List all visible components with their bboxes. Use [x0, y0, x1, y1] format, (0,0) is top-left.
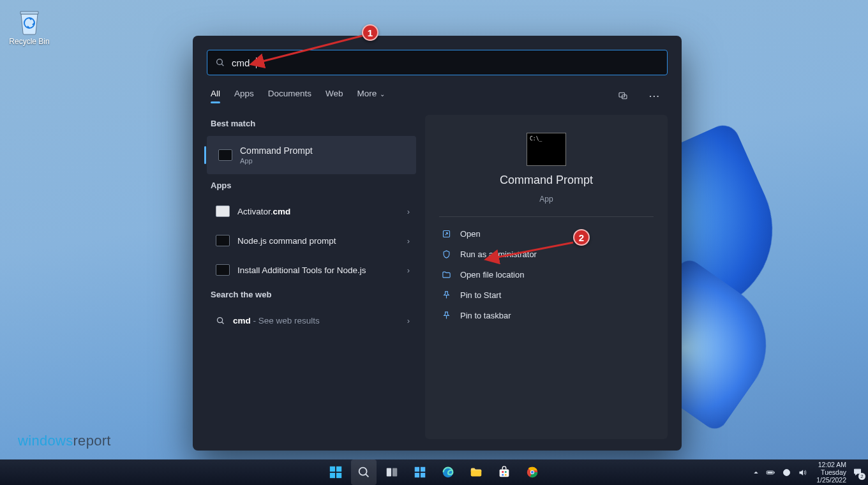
- search-icon: [357, 465, 371, 479]
- svg-rect-21: [421, 473, 425, 477]
- annotation-marker-2: 2: [573, 229, 590, 246]
- details-title: Command Prompt: [500, 174, 593, 187]
- folder-icon: [442, 270, 451, 280]
- recycle-bin-icon: [17, 5, 42, 36]
- tab-web[interactable]: Web: [326, 89, 343, 103]
- cmd-file-icon: [216, 205, 230, 217]
- folder-icon: [469, 465, 483, 479]
- svg-point-30: [531, 471, 534, 474]
- section-best-match: Best match: [207, 115, 416, 133]
- tab-documents[interactable]: Documents: [268, 89, 311, 103]
- text-caret: [256, 57, 257, 68]
- app-result-nodejs-prompt[interactable]: Node.js command prompt ›: [207, 227, 416, 254]
- network-icon[interactable]: [782, 468, 791, 477]
- svg-rect-24: [502, 471, 504, 473]
- annotation-marker-1: 1: [362, 24, 378, 41]
- search-input-text: cmd: [232, 57, 250, 68]
- tab-more[interactable]: More ⌄: [357, 89, 385, 103]
- battery-icon[interactable]: [766, 468, 775, 477]
- taskbar-center: [323, 459, 545, 485]
- volume-icon[interactable]: [798, 468, 807, 477]
- task-view-icon: [385, 465, 399, 479]
- action-pin-taskbar[interactable]: Pin to taskbar: [439, 305, 654, 325]
- svg-line-6: [222, 322, 224, 324]
- taskbar-search-button[interactable]: [351, 459, 377, 485]
- search-box[interactable]: cmd: [207, 50, 668, 75]
- tab-all[interactable]: All: [211, 89, 220, 103]
- details-pane: C:\_ Command Prompt App Open Run as admi…: [425, 115, 668, 439]
- task-view-button[interactable]: [379, 459, 405, 485]
- pin-icon: [442, 311, 451, 320]
- taskbar-app-edge[interactable]: [435, 459, 461, 485]
- search-icon: [216, 316, 225, 325]
- start-button[interactable]: [323, 459, 348, 485]
- search-settings-button[interactable]: [614, 87, 632, 105]
- start-search-flyout: cmd All Apps Documents Web More ⌄ ··· Be…: [193, 36, 682, 451]
- open-icon: [442, 229, 451, 239]
- svg-rect-20: [415, 473, 419, 477]
- chevron-right-icon: ›: [407, 316, 410, 325]
- system-tray: 12:02 AM Tuesday 1/25/2022 2: [752, 459, 863, 485]
- svg-rect-12: [330, 473, 335, 478]
- terminal-icon: [216, 264, 230, 276]
- taskbar-app-chrome[interactable]: [520, 459, 545, 485]
- svg-rect-17: [393, 468, 397, 477]
- widgets-button[interactable]: [407, 459, 433, 485]
- taskbar: 12:02 AM Tuesday 1/25/2022 2: [0, 459, 868, 485]
- watermark: windowsreport: [18, 433, 111, 449]
- svg-point-14: [359, 468, 367, 475]
- svg-rect-26: [502, 474, 504, 476]
- action-open[interactable]: Open: [439, 223, 654, 244]
- svg-rect-33: [768, 472, 773, 474]
- section-web: Search the web: [207, 286, 416, 304]
- tray-overflow-button[interactable]: [752, 469, 760, 476]
- edge-icon: [441, 465, 455, 479]
- widgets-icon: [413, 465, 427, 479]
- svg-rect-10: [330, 466, 335, 472]
- chevron-right-icon: ›: [407, 236, 410, 246]
- action-pin-start[interactable]: Pin to Start: [439, 285, 654, 305]
- results-column: Best match Command Prompt App Apps Activ…: [207, 115, 416, 439]
- taskbar-app-store[interactable]: [491, 459, 517, 485]
- app-result-nodejs-tools[interactable]: Install Additional Tools for Node.js ›: [207, 257, 416, 283]
- command-prompt-large-icon: C:\_: [527, 133, 566, 166]
- store-icon: [497, 465, 511, 479]
- svg-rect-16: [387, 468, 391, 477]
- pin-icon: [442, 290, 451, 300]
- svg-point-1: [217, 59, 223, 65]
- best-match-result[interactable]: Command Prompt App: [207, 136, 416, 174]
- search-tabs: All Apps Documents Web More ⌄ ···: [211, 87, 664, 105]
- action-open-location[interactable]: Open file location: [439, 264, 654, 285]
- chevron-right-icon: ›: [407, 265, 410, 275]
- chevron-right-icon: ›: [407, 207, 410, 216]
- screen-share-icon: [618, 91, 628, 101]
- web-result[interactable]: cmd - See web results ›: [207, 307, 416, 334]
- desktop-icon-recycle-bin[interactable]: Recycle Bin: [5, 5, 54, 46]
- svg-rect-25: [505, 471, 507, 473]
- svg-rect-27: [505, 474, 507, 476]
- shield-icon: [442, 250, 451, 259]
- svg-rect-32: [774, 472, 775, 474]
- svg-line-2: [221, 64, 223, 66]
- recycle-bin-label: Recycle Bin: [5, 37, 54, 46]
- more-options-button[interactable]: ···: [646, 87, 664, 105]
- notifications-button[interactable]: 2: [853, 467, 863, 477]
- svg-rect-23: [500, 469, 509, 477]
- terminal-icon: [216, 235, 230, 246]
- chevron-down-icon: ⌄: [378, 91, 385, 98]
- clock[interactable]: 12:02 AM Tuesday 1/25/2022: [816, 461, 846, 484]
- svg-rect-11: [336, 466, 341, 472]
- taskbar-app-explorer[interactable]: [463, 459, 489, 485]
- tab-apps[interactable]: Apps: [234, 89, 254, 103]
- windows-logo-icon: [329, 465, 343, 479]
- action-run-admin[interactable]: Run as administrator: [439, 244, 654, 264]
- ellipsis-icon: ···: [649, 91, 660, 101]
- search-icon: [215, 57, 225, 68]
- notification-badge: 2: [858, 473, 865, 480]
- app-result-activator[interactable]: Activator.cmd ›: [207, 198, 416, 225]
- best-match-title: Command Prompt: [240, 146, 313, 156]
- svg-rect-19: [421, 467, 425, 472]
- svg-point-5: [218, 317, 223, 322]
- chrome-icon: [525, 465, 539, 479]
- command-prompt-icon: [218, 149, 232, 161]
